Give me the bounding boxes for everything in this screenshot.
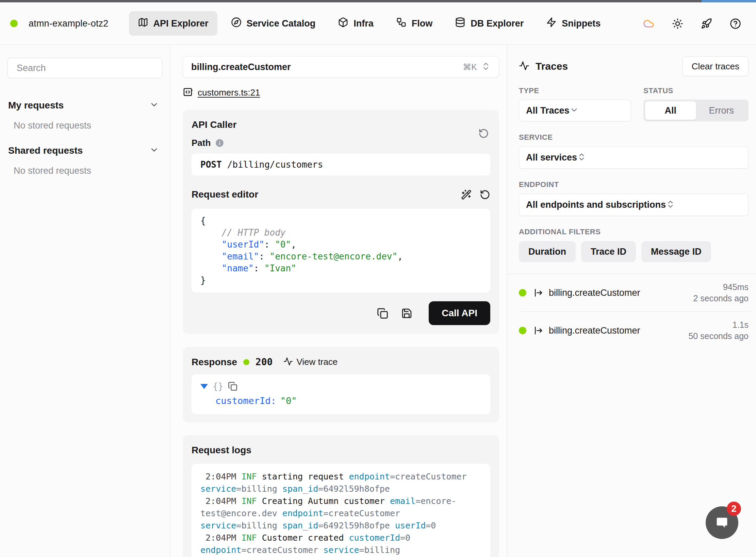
- status-ok-dot: [243, 359, 249, 365]
- response-title: Response: [192, 357, 237, 368]
- request-logs-card: Request logs 2:04PM INF starting request…: [183, 435, 499, 557]
- encore-cloud-icon[interactable]: [643, 18, 654, 29]
- endpoint-label: ENDPOINT: [519, 180, 749, 189]
- empty-state-text: No stored requests: [14, 120, 162, 131]
- path-value: /billing/customers: [227, 159, 323, 170]
- traces-header: Traces Clear traces: [507, 45, 756, 76]
- trace-row[interactable]: billing.createCustomer 945ms 2 seconds a…: [507, 274, 756, 311]
- message-id-filter-button[interactable]: Message ID: [641, 241, 711, 262]
- path-input[interactable]: POST /billing/customers: [192, 154, 490, 175]
- trace-id-filter-button[interactable]: Trace ID: [581, 241, 636, 262]
- status-filter: STATUS All Errors: [643, 86, 749, 121]
- status-option-all[interactable]: All: [645, 101, 696, 120]
- section-title: Shared requests: [8, 145, 83, 156]
- tab-snippets[interactable]: Snippets: [537, 11, 609, 36]
- search-input[interactable]: [7, 58, 162, 78]
- compass-icon: [231, 17, 242, 30]
- tab-api-explorer[interactable]: API Explorer: [129, 11, 217, 36]
- rocket-icon[interactable]: [701, 18, 712, 29]
- view-trace-link[interactable]: View trace: [283, 357, 338, 368]
- code-line: // HTTP body: [200, 227, 481, 239]
- code-file-icon: [183, 87, 193, 99]
- service-label: SERVICE: [519, 133, 749, 142]
- trace-status-dot: [519, 327, 526, 334]
- reset-body-icon[interactable]: [480, 189, 490, 200]
- endpoint-name: billing.createCustomer: [191, 62, 291, 72]
- requests-sidebar: My requests No stored requests Shared re…: [0, 45, 170, 557]
- source-file-row: customers.ts:21: [183, 87, 499, 99]
- endpoint-selector[interactable]: billing.createCustomer ⌘K: [183, 56, 499, 78]
- request-actions: Call API: [192, 301, 490, 325]
- trace-name: billing.createCustomer: [549, 288, 640, 298]
- call-api-button[interactable]: Call API: [429, 301, 490, 325]
- my-requests-header[interactable]: My requests: [7, 100, 162, 111]
- additional-filters: ADDITIONAL FILTERS Duration Trace ID Mes…: [507, 216, 756, 262]
- endpoint-select[interactable]: All endpoints and subscriptions: [519, 193, 749, 216]
- app-name: atmn-example-otz2: [29, 18, 109, 29]
- nav-tabs: API Explorer Service Catalog Infra Flow …: [129, 11, 610, 36]
- trace-duration: 945ms: [693, 282, 749, 293]
- trace-meta: 945ms 2 seconds ago: [693, 282, 749, 304]
- tab-infra[interactable]: Infra: [329, 11, 382, 36]
- log-entry: 2:04PM INF Creating Autumn customer emai…: [200, 495, 481, 532]
- shared-requests-section: Shared requests No stored requests: [7, 145, 162, 176]
- braces-label: {}: [213, 381, 223, 391]
- trace-age: 50 seconds ago: [688, 331, 749, 342]
- path-row: Path: [192, 138, 490, 148]
- source-file-link[interactable]: customers.ts:21: [198, 87, 260, 98]
- log-entry: 2:04PM INF Customer created customerId=0…: [200, 532, 481, 557]
- trace-name: billing.createCustomer: [549, 325, 640, 336]
- window-top-strip-gray: [0, 0, 702, 2]
- request-editor-code[interactable]: { // HTTP body "userId": "0", "email": "…: [192, 209, 490, 292]
- database-icon: [455, 17, 465, 30]
- log-entry: 2:04PM INF starting request endpoint=cre…: [200, 471, 481, 495]
- tab-flow[interactable]: Flow: [387, 11, 442, 36]
- save-request-icon[interactable]: [401, 308, 412, 319]
- copy-request-icon[interactable]: [377, 308, 388, 319]
- api-explorer-main: billing.createCustomer ⌘K customers.ts:2…: [170, 45, 507, 557]
- type-select[interactable]: All Traces: [519, 100, 631, 121]
- response-json-root: {}: [200, 381, 481, 391]
- wand-sparkles-icon[interactable]: [461, 189, 472, 200]
- copy-response-icon[interactable]: [228, 382, 237, 391]
- duration-filter-button[interactable]: Duration: [519, 241, 576, 262]
- chevron-down-icon: [570, 105, 579, 116]
- tab-label: API Explorer: [153, 18, 209, 29]
- trace-row[interactable]: billing.createCustomer 1.1s 50 seconds a…: [507, 312, 756, 349]
- sun-icon[interactable]: [672, 18, 683, 29]
- tab-service-catalog[interactable]: Service Catalog: [222, 11, 325, 36]
- tab-label: Service Catalog: [247, 18, 316, 29]
- code-line: "name": "Ivan": [200, 263, 481, 274]
- trace-list: billing.createCustomer 945ms 2 seconds a…: [507, 274, 756, 349]
- top-nav: atmn-example-otz2 API Explorer Service C…: [0, 2, 756, 45]
- service-value: All services: [526, 152, 577, 163]
- help-icon[interactable]: [730, 18, 741, 29]
- response-field-key: customerId:: [215, 395, 276, 406]
- selector-right: ⌘K: [463, 62, 491, 72]
- info-icon[interactable]: [215, 138, 224, 148]
- tab-db-explorer[interactable]: DB Explorer: [446, 11, 532, 36]
- status-option-errors[interactable]: Errors: [696, 101, 747, 120]
- traces-panel: Traces Clear traces TYPE All Traces STAT…: [507, 45, 756, 557]
- view-trace-label: View trace: [296, 357, 338, 367]
- response-header: Response 200 View trace: [192, 356, 490, 368]
- response-field: customerId:"0": [215, 395, 481, 406]
- box-icon: [338, 17, 348, 30]
- endpoint-value: All endpoints and subscriptions: [526, 200, 666, 210]
- activity-icon: [283, 357, 293, 368]
- response-body: {} customerId:"0": [192, 374, 490, 414]
- chat-fab-button[interactable]: 2: [706, 506, 738, 539]
- type-filter: TYPE All Traces: [519, 86, 631, 121]
- clear-traces-button[interactable]: Clear traces: [683, 56, 749, 76]
- shared-requests-header[interactable]: Shared requests: [7, 145, 162, 156]
- request-logs-title: Request logs: [192, 445, 490, 456]
- service-select[interactable]: All services: [519, 146, 749, 169]
- request-editor-header: Request editor: [192, 189, 490, 200]
- map-icon: [138, 17, 148, 30]
- collapse-triangle-icon[interactable]: [200, 384, 208, 389]
- status-segmented-control: All Errors: [643, 100, 749, 121]
- request-editor-title: Request editor: [192, 189, 258, 200]
- service-filter: SERVICE All services: [507, 121, 756, 169]
- reset-path-icon[interactable]: [478, 128, 489, 139]
- window-top-strip-blue: [702, 0, 756, 2]
